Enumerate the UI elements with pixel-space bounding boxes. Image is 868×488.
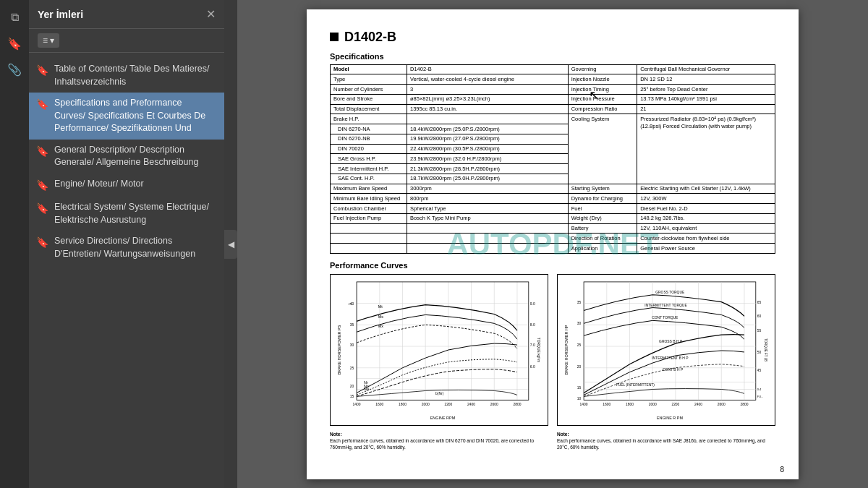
- svg-text:1600: 1600: [375, 403, 383, 406]
- bookmark-icon: 🔖: [36, 64, 48, 78]
- svg-text:1600: 1600: [603, 403, 610, 406]
- svg-text:15: 15: [350, 395, 354, 398]
- svg-text:35: 35: [350, 323, 354, 327]
- svg-text:FU...: FU...: [757, 395, 764, 398]
- sidebar-item-engine[interactable]: 🔖 Engine/ Moteur/ Motor: [29, 174, 224, 197]
- svg-text:Ms: Ms: [378, 314, 384, 319]
- svg-rect-0: [335, 275, 542, 425]
- sidebar-item-label: Service Directions/ Directions D'Entreti…: [54, 235, 216, 260]
- bookmark-icon: 🔖: [36, 98, 48, 112]
- attachments-icon[interactable]: 📎: [3, 58, 26, 81]
- svg-text:2400: 2400: [467, 403, 475, 406]
- svg-rect-46: [562, 275, 770, 425]
- performance-section: Performance Curves BRAKE HORSEPOWER PS T…: [330, 261, 775, 450]
- charts-row: BRAKE HORSEPOWER PS TORQUE kgf·m ENGINE …: [330, 274, 775, 426]
- svg-text:INTERMITTENT TORQUE: INTERMITTENT TORQUE: [644, 303, 687, 307]
- performance-header: Performance Curves: [330, 261, 775, 270]
- bookmark-icon: 🔖: [36, 202, 48, 216]
- right-chart-note: Note: Each performance curves, obtained …: [557, 431, 775, 450]
- svg-text:2600: 2600: [718, 403, 726, 406]
- svg-text:1800: 1800: [626, 403, 634, 406]
- sidebar-item-general[interactable]: 🔖 General Description/ Description Gener…: [29, 140, 224, 174]
- svg-text:6.0: 6.0: [530, 365, 535, 369]
- right-chart: BRAKE HORSEPOWER HP TORQUE FT LB ENGINE …: [557, 274, 775, 426]
- svg-text:2%: 2%: [348, 301, 352, 305]
- svg-text:ENGINE RPM: ENGINE RPM: [430, 416, 456, 420]
- svg-text:9.0: 9.0: [530, 301, 535, 305]
- svg-text:Mt: Mt: [378, 304, 383, 308]
- svg-text:2200: 2200: [444, 403, 452, 406]
- sidebar-item-service[interactable]: 🔖 Service Directions/ Directions D'Entre…: [29, 231, 224, 265]
- pages-icon[interactable]: ⧉: [3, 6, 26, 29]
- sidebar-item-electrical[interactable]: 🔖 Electrical System/ Systeme Electrique/…: [29, 197, 224, 231]
- svg-text:CONT TORQUE: CONT TORQUE: [652, 316, 678, 320]
- svg-text:20: 20: [350, 385, 354, 388]
- svg-text:25: 25: [577, 343, 582, 347]
- svg-text:2600: 2600: [490, 403, 498, 406]
- specifications-header: Specifications: [330, 52, 775, 61]
- sidebar-item-label: Electrical System/ Systeme Electrique/ E…: [54, 201, 216, 226]
- close-icon[interactable]: ✕: [206, 7, 216, 21]
- specifications-table: Model D1402-B Governing Centrifugal Ball…: [330, 64, 775, 254]
- sidebar-view-button[interactable]: ≡ ▾: [38, 33, 59, 48]
- page-title: D1402-B: [344, 30, 396, 45]
- svg-text:20: 20: [577, 365, 582, 369]
- sidebar-title: Yer İmleri: [38, 9, 83, 20]
- svg-text:INTERMITTENT B H P: INTERMITTENT B H P: [652, 356, 689, 360]
- svg-text:0.4: 0.4: [757, 388, 762, 391]
- svg-text:b(Nr): b(Nr): [435, 392, 444, 395]
- left-chart-svg: BRAKE HORSEPOWER PS TORQUE kgf·m ENGINE …: [331, 275, 548, 425]
- svg-text:2800: 2800: [740, 403, 748, 406]
- svg-text:60: 60: [757, 314, 762, 318]
- right-chart-svg: BRAKE HORSEPOWER HP TORQUE FT LB ENGINE …: [558, 275, 775, 425]
- svg-text:50: 50: [757, 351, 762, 354]
- svg-text:55: 55: [757, 329, 762, 333]
- svg-text:2200: 2200: [671, 403, 679, 406]
- svg-text:FUEL (INTERMITTENT): FUEL (INTERMITTENT): [616, 382, 655, 386]
- title-square-icon: [330, 33, 339, 41]
- list-icon: ≡: [43, 35, 48, 46]
- sidebar-item-label: General Description/ Description General…: [54, 144, 216, 169]
- sidebar-toolbar: ≡ ▾: [29, 29, 224, 53]
- svg-text:25: 25: [350, 366, 354, 369]
- svg-text:7.0: 7.0: [530, 343, 535, 347]
- page-title-area: D1402-B: [330, 30, 775, 45]
- svg-text:Mx: Mx: [378, 324, 384, 328]
- sidebar: Yer İmleri ✕ ≡ ▾ 🔖 Table of Contents/ Ta…: [29, 0, 224, 488]
- svg-text:BRAKE HORSEPOWER PS: BRAKE HORSEPOWER PS: [337, 325, 341, 374]
- dropdown-arrow-icon: ▾: [50, 35, 54, 46]
- svg-text:45: 45: [757, 368, 762, 372]
- sidebar-header: Yer İmleri ✕: [29, 0, 224, 29]
- notes-row: Note: Each performance curves, obtained …: [330, 428, 775, 450]
- svg-text:8.0: 8.0: [530, 323, 535, 327]
- svg-text:10: 10: [577, 397, 582, 401]
- svg-text:35: 35: [577, 300, 582, 304]
- main-content: AUTOPDF.NET ↖ D1402-B Specifications Mod…: [237, 0, 868, 488]
- svg-text:2800: 2800: [513, 403, 521, 406]
- left-chart: BRAKE HORSEPOWER PS TORQUE kgf·m ENGINE …: [330, 274, 548, 426]
- svg-text:GROSS B H P: GROSS B H P: [659, 340, 683, 343]
- sidebar-item-label: Specifications and Preformance Curves/ S…: [54, 97, 216, 135]
- document-page: AUTOPDF.NET ↖ D1402-B Specifications Mod…: [307, 9, 799, 479]
- svg-text:TORQUE kgf·m: TORQUE kgf·m: [537, 338, 540, 362]
- svg-text:1800: 1800: [399, 403, 407, 406]
- svg-text:30: 30: [350, 343, 354, 347]
- svg-text:2000: 2000: [649, 403, 657, 406]
- sidebar-item-specs[interactable]: 🔖 Specifications and Preformance Curves/…: [29, 93, 224, 140]
- sidebar-collapse-arrow[interactable]: ◀: [224, 230, 237, 259]
- bookmark-icon: 🔖: [36, 236, 48, 250]
- bookmarks-icon[interactable]: 🔖: [3, 32, 26, 55]
- svg-text:2000: 2000: [422, 403, 430, 406]
- sidebar-item-label: Table of Contents/ Table Des Matieres/ I…: [54, 63, 216, 88]
- sidebar-nav: 🔖 Table of Contents/ Table Des Matieres/…: [29, 53, 224, 488]
- svg-text:CONT B H P: CONT B H P: [663, 367, 684, 371]
- bookmark-icon: 🔖: [36, 145, 48, 159]
- svg-text:BRAKE HORSEPOWER HP: BRAKE HORSEPOWER HP: [564, 325, 569, 374]
- svg-text:Na: Na: [364, 387, 370, 391]
- svg-text:2400: 2400: [694, 403, 702, 406]
- svg-text:65: 65: [757, 300, 762, 304]
- sidebar-item-toc[interactable]: 🔖 Table of Contents/ Table Des Matieres/…: [29, 59, 224, 93]
- page-number: 8: [780, 466, 784, 474]
- svg-text:15: 15: [577, 386, 582, 390]
- left-toolbar: ⧉ 🔖 📎: [0, 0, 29, 488]
